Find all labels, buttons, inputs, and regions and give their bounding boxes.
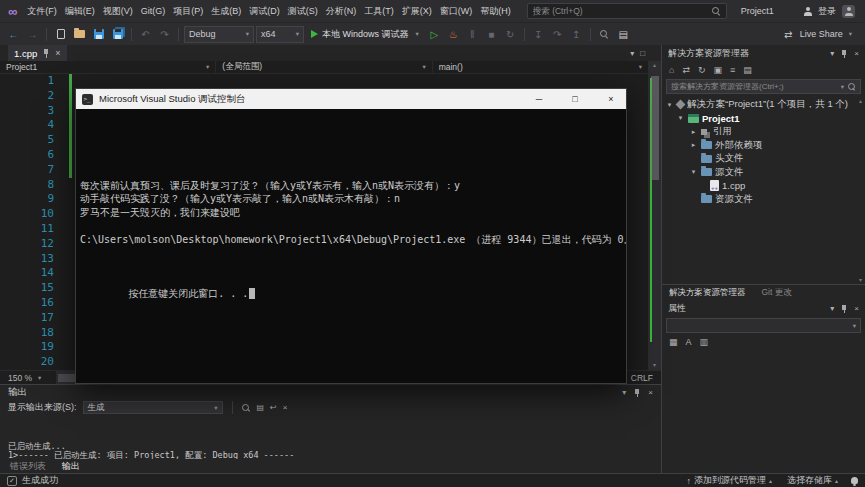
- close-icon[interactable]: ×: [648, 388, 653, 397]
- expander-icon[interactable]: ▾: [676, 114, 685, 122]
- open-file-icon[interactable]: [71, 25, 88, 43]
- active-files-dropdown-icon[interactable]: ▾: [630, 49, 634, 58]
- menu-item[interactable]: 项目(P): [169, 0, 207, 23]
- window-position-icon[interactable]: ▾: [830, 49, 834, 58]
- menu-item[interactable]: 工具(T): [360, 0, 398, 23]
- menu-item[interactable]: 测试(S): [284, 0, 322, 23]
- tree-item-external-dependencies[interactable]: ▸ 外部依赖项: [662, 139, 865, 153]
- break-all-icon[interactable]: ‖: [464, 25, 481, 43]
- tree-scrollbar[interactable]: ▴ ▾: [856, 96, 865, 284]
- menu-item[interactable]: 生成(B): [207, 0, 245, 23]
- nest-files-icon[interactable]: ▣: [714, 65, 723, 75]
- float-window-icon[interactable]: □: [640, 49, 645, 58]
- start-debugging-button[interactable]: 本地 Windows 调试器 ▾: [306, 25, 424, 43]
- add-to-source-control-button[interactable]: ↑ 添加到源代码管理 ▴: [681, 474, 777, 487]
- new-file-icon[interactable]: [52, 25, 69, 43]
- scroll-down-icon[interactable]: ▾: [653, 361, 656, 370]
- tree-item-resource-files[interactable]: 资源文件: [662, 193, 865, 207]
- tab-solution-explorer[interactable]: 解决方案资源管理器: [662, 285, 753, 300]
- clear-all-icon[interactable]: ▤: [257, 403, 265, 412]
- menu-item[interactable]: 帮助(H): [476, 0, 515, 23]
- tree-item-source-files[interactable]: ▾ 源文件: [662, 166, 865, 180]
- restart-icon[interactable]: ↻: [502, 25, 519, 43]
- breadcrumb-member-dropdown[interactable]: main() ▾: [433, 61, 648, 73]
- pin-icon[interactable]: [840, 304, 848, 314]
- menu-item[interactable]: Git(G): [137, 0, 170, 23]
- undo-icon[interactable]: ↶: [137, 25, 154, 43]
- menu-item[interactable]: 文件(F): [23, 0, 61, 23]
- refresh-icon[interactable]: ↻: [698, 65, 706, 75]
- tab-error-list[interactable]: 错误列表: [10, 460, 46, 473]
- alphabetical-icon[interactable]: A: [686, 337, 692, 347]
- sign-in-button[interactable]: 登录: [818, 5, 836, 18]
- minimize-button[interactable]: ─: [524, 89, 554, 109]
- find-in-files-icon[interactable]: [596, 25, 613, 43]
- menu-item[interactable]: 扩展(X): [398, 0, 436, 23]
- tree-item-project[interactable]: ▾ Project1: [662, 112, 865, 126]
- menu-item[interactable]: 调试(D): [245, 0, 284, 23]
- menu-item[interactable]: 窗口(W): [436, 0, 477, 23]
- save-all-icon[interactable]: [109, 25, 126, 43]
- editor-tab[interactable]: 1.cpp ×: [8, 45, 67, 61]
- scrollbar-thumb[interactable]: [651, 76, 659, 180]
- zoom-control[interactable]: 150 % ▾: [0, 373, 54, 383]
- breadcrumb-project-dropdown[interactable]: Project1 ▾: [0, 61, 216, 73]
- tree-item-1cpp[interactable]: 1.cpp: [662, 179, 865, 193]
- expander-icon[interactable]: ▸: [689, 141, 698, 149]
- account-icon[interactable]: [842, 5, 855, 18]
- collapse-all-icon[interactable]: ≡: [730, 65, 735, 75]
- redo-icon[interactable]: ↷: [156, 25, 173, 43]
- expander-icon[interactable]: ▾: [665, 101, 674, 109]
- solution-platform-dropdown[interactable]: x64 ▾: [256, 26, 304, 43]
- scrollbar-track[interactable]: [648, 70, 661, 361]
- word-wrap-icon[interactable]: ↩: [270, 403, 277, 412]
- find-icon[interactable]: [242, 403, 251, 412]
- notifications-icon[interactable]: [851, 477, 858, 484]
- stop-debugging-icon[interactable]: ■: [483, 25, 500, 43]
- live-share-button[interactable]: Live Share: [800, 29, 843, 39]
- solution-search-input[interactable]: [671, 82, 835, 91]
- delete-icon[interactable]: ×: [283, 403, 288, 412]
- maximize-button[interactable]: □: [560, 89, 590, 109]
- categorized-icon[interactable]: ▦: [669, 337, 678, 347]
- tree-item-solution[interactable]: ▾ 解决方案“Project1”(1 个项目，共 1 个): [662, 98, 865, 112]
- menu-item[interactable]: 视图(V): [99, 0, 137, 23]
- console-title-bar[interactable]: Microsoft Visual Studio 调试控制台 ─ □ ×: [76, 89, 626, 109]
- menu-item[interactable]: 编辑(E): [61, 0, 99, 23]
- tree-item-header-files[interactable]: 头文件: [662, 152, 865, 166]
- step-over-icon[interactable]: ↷: [549, 25, 566, 43]
- start-without-debugging-icon[interactable]: ▷: [426, 25, 443, 43]
- pin-icon[interactable]: [840, 49, 848, 59]
- show-all-files-icon[interactable]: ▤: [743, 65, 752, 75]
- switch-views-icon[interactable]: ⇄: [682, 65, 690, 75]
- pin-icon[interactable]: [42, 48, 50, 58]
- close-icon[interactable]: ×: [854, 49, 859, 58]
- property-pages-icon[interactable]: ▥: [700, 337, 709, 347]
- expander-icon[interactable]: ▸: [689, 128, 698, 136]
- scroll-up-icon[interactable]: ▴: [653, 61, 656, 70]
- tab-git-changes[interactable]: Git 更改: [755, 285, 799, 300]
- step-out-icon[interactable]: ↥: [568, 25, 585, 43]
- select-repository-button[interactable]: 选择存储库 ▴: [782, 474, 843, 487]
- editor-vertical-scrollbar[interactable]: ▴ ▾: [648, 61, 661, 370]
- solution-configuration-dropdown[interactable]: Debug ▾: [184, 26, 254, 43]
- chevron-down-icon[interactable]: ▾: [849, 30, 852, 38]
- navigate-forward-icon[interactable]: →: [24, 25, 41, 43]
- tab-output[interactable]: 输出: [62, 460, 80, 473]
- close-icon[interactable]: ×: [854, 304, 859, 313]
- hot-reload-icon[interactable]: ♨: [445, 25, 462, 43]
- scroll-down-icon[interactable]: ▾: [859, 276, 862, 283]
- save-icon[interactable]: [90, 25, 107, 43]
- pin-icon[interactable]: [633, 388, 641, 398]
- solution-search-box[interactable]: ▾: [666, 79, 861, 94]
- window-position-icon[interactable]: ▾: [830, 304, 834, 313]
- expander-icon[interactable]: ▾: [689, 168, 698, 176]
- global-search-input[interactable]: [533, 6, 708, 16]
- close-button[interactable]: ×: [596, 89, 626, 109]
- step-into-icon[interactable]: ↧: [530, 25, 547, 43]
- breadcrumb-scope-dropdown[interactable]: (全局范围) ▾: [216, 61, 432, 73]
- output-source-dropdown[interactable]: 生成 ▾: [83, 401, 223, 414]
- solution-explorer-sync-icon[interactable]: ▤: [615, 25, 632, 43]
- home-icon[interactable]: ⌂: [669, 65, 674, 75]
- window-position-icon[interactable]: ▾: [622, 388, 626, 397]
